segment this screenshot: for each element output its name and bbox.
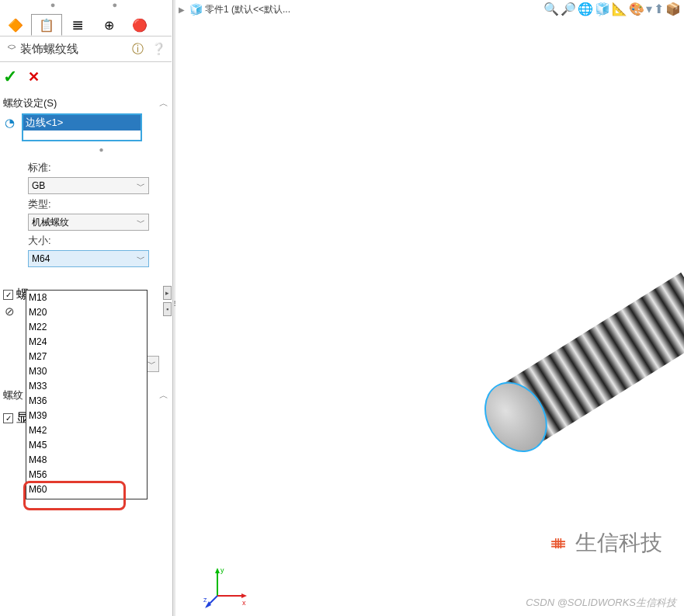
size-option[interactable]: M27 <box>26 350 147 364</box>
svg-marker-1 <box>215 568 220 573</box>
label-standard: 标准: <box>0 158 172 177</box>
chevron-up-icon: ︿ <box>159 97 168 110</box>
zoom-area-icon[interactable]: 🔎 <box>561 2 576 16</box>
help2-icon[interactable]: ❔ <box>151 42 166 55</box>
size-option[interactable]: M56 <box>26 468 147 482</box>
size-option[interactable]: M64 <box>26 497 147 499</box>
chevron-down-icon: ﹀ <box>137 180 145 192</box>
combo-standard-value: GB <box>32 180 45 191</box>
brand-logo-icon: ⩩ <box>549 531 569 555</box>
size-option[interactable]: M24 <box>26 335 147 350</box>
display-style-icon[interactable]: 📐 <box>612 2 627 16</box>
size-option[interactable]: M60 <box>26 482 147 497</box>
size-option[interactable]: M30 <box>26 364 147 379</box>
view-toolbar: 🔍 🔎 🌐 🧊 📐 🎨 ▾ ⬆ 📦 <box>543 2 681 16</box>
combo-size[interactable]: M64 ﹀ <box>28 250 149 267</box>
expand-tree-icon[interactable]: ▶ <box>179 5 185 14</box>
tab-target[interactable]: ⊕ <box>93 14 124 36</box>
tab-appearance[interactable]: 🔴 <box>124 14 155 36</box>
drag-dots-top <box>0 0 172 14</box>
watermark-text: CSDN @SOLIDWORKS生信科技 <box>526 596 676 610</box>
axis-x-label: x <box>242 599 246 607</box>
feature-title: 装饰螺纹线 <box>20 42 130 57</box>
orbit-icon[interactable]: 🌐 <box>578 2 593 16</box>
perspective-icon[interactable]: ⬆ <box>654 2 664 16</box>
render-icon[interactable]: 📦 <box>665 2 681 16</box>
size-option[interactable]: M33 <box>26 379 147 394</box>
scene-icon[interactable]: 🎨 <box>629 2 644 16</box>
thread-feature-icon: ⌔ <box>3 41 20 57</box>
section-thread-settings[interactable]: 螺纹设定(S) ︿ <box>0 92 172 112</box>
edge-item[interactable]: 边线<1> <box>23 115 141 131</box>
part-icon: 🧊 <box>189 3 203 16</box>
axis-z-label: z <box>203 596 207 604</box>
view-orient-icon[interactable]: ▾ <box>646 2 652 16</box>
ok-button[interactable]: ✓ <box>3 67 17 87</box>
checkbox-display[interactable]: ✓ <box>3 413 13 423</box>
3d-viewport[interactable]: ⩩ 生信科技 CSDN @SOLIDWORKS生信科技 y x z <box>175 19 684 616</box>
tab-feature-tree[interactable]: 📋 <box>31 14 62 36</box>
feature-header: ⌔ 装饰螺纹线 ⓘ ❔ <box>0 37 172 62</box>
model-threaded-rod[interactable] <box>497 273 684 447</box>
label-size: 大小: <box>0 231 172 250</box>
size-option[interactable]: M20 <box>26 305 147 320</box>
checkbox-thread[interactable]: ✓ <box>3 290 13 300</box>
zoom-fit-icon[interactable]: 🔍 <box>543 2 559 16</box>
label-type: 类型: <box>0 194 172 214</box>
property-tabs: 🔶 📋 𝌆 ⊕ 🔴 <box>0 14 172 37</box>
svg-marker-3 <box>241 593 247 598</box>
edge-selection-list[interactable]: 边线<1> <box>22 113 142 141</box>
tab-config[interactable]: 🔶 <box>0 14 31 36</box>
chevron-down-icon: ﹀ <box>137 217 145 228</box>
size-dropdown[interactable]: M18 M20 M22 M24 M27 M30 M33 M36 M39 M42 … <box>26 290 148 499</box>
size-option[interactable]: M22 <box>26 320 147 335</box>
help-icon[interactable]: ⓘ <box>132 42 144 55</box>
panel-pin-button[interactable]: ▪ <box>163 302 172 316</box>
brand-name: 生信科技 <box>575 528 662 558</box>
part-name[interactable]: 零件1 (默认<<默认... <box>205 3 290 16</box>
chevron-up-icon: ︿ <box>159 389 168 402</box>
size-option[interactable]: M39 <box>26 409 147 423</box>
cancel-button[interactable]: ✕ <box>28 68 40 85</box>
edge-selection-icon: ◔ <box>5 113 22 130</box>
tab-dimensions[interactable]: 𝌆 <box>62 14 93 36</box>
size-option[interactable]: M48 <box>26 453 147 468</box>
size-option[interactable]: M36 <box>26 394 147 409</box>
size-option[interactable]: M18 <box>26 291 147 305</box>
axis-y-label: y <box>220 566 224 574</box>
combo-type-value: 机械螺纹 <box>32 216 69 229</box>
panel-collapse-button[interactable]: ▸ <box>163 286 172 300</box>
resize-dot[interactable]: ● <box>0 145 172 154</box>
size-option[interactable]: M45 <box>26 438 147 453</box>
size-option[interactable]: M42 <box>26 423 147 438</box>
section-view-icon[interactable]: 🧊 <box>595 2 610 16</box>
coordinate-triad[interactable]: y x z <box>203 563 250 610</box>
chevron-down-icon: ﹀ <box>137 253 145 265</box>
section-label: 螺纹设定(S) <box>3 96 159 110</box>
watermark-logo: ⩩ 生信科技 <box>549 528 662 558</box>
diameter-icon: ⊘ <box>5 305 15 318</box>
combo-standard[interactable]: GB ﹀ <box>28 177 149 194</box>
combo-size-value: M64 <box>32 253 50 264</box>
combo-type[interactable]: 机械螺纹 ﹀ <box>28 214 149 231</box>
